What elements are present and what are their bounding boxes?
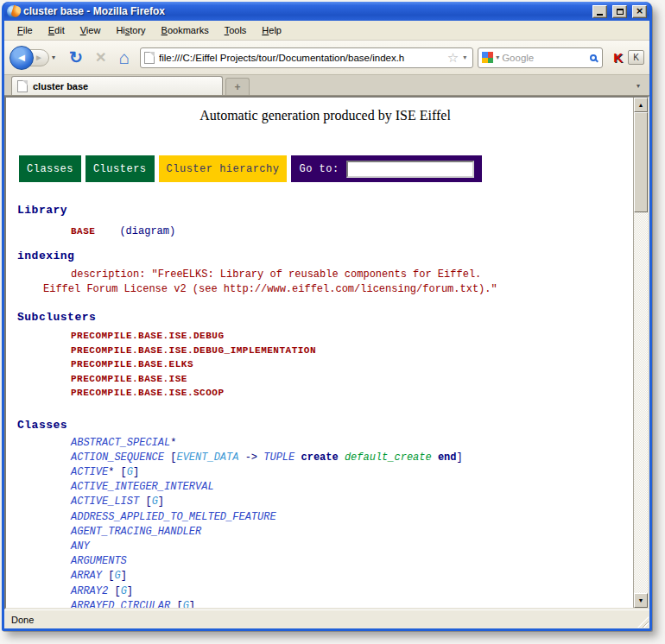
class-text: [ [102, 570, 114, 582]
class-entry: ACTIVE_LIST [G] [17, 495, 633, 509]
subcluster-link[interactable]: PRECOMPILE.BASE.ISE.DEBUG_IMPLEMENTATION [17, 344, 633, 358]
scroll-down-button[interactable]: ▼ [634, 593, 648, 608]
class-entry: AGENT_TRACING_HANDLER [17, 525, 633, 540]
library-heading: Library [17, 204, 633, 217]
class-link[interactable]: ARGUMENTS [71, 555, 127, 567]
kaspersky-icon[interactable]: K [613, 50, 623, 65]
new-tab-button[interactable]: + [225, 78, 250, 95]
cluster-hierarchy-nav-button[interactable]: Cluster hierarchy [159, 155, 288, 182]
page-title: Automatic generation produced by ISE Eif… [17, 108, 633, 123]
class-link[interactable]: ACTIVE_LIST [71, 496, 139, 508]
menu-view[interactable]: View [73, 22, 109, 38]
url-dropdown-icon[interactable]: ▾ [460, 54, 469, 61]
class-link[interactable]: ACTIVE [71, 466, 108, 478]
status-text: Done [11, 615, 34, 625]
back-button[interactable]: ◄ [10, 46, 34, 70]
class-link[interactable]: ACTIVE_INTEGER_INTERVAL [71, 481, 214, 493]
close-button[interactable]: × [632, 5, 647, 18]
indexing-description-line1: description: "FreeELKS: Library of reusa… [17, 268, 633, 282]
class-link[interactable]: ADDRESS_APPLIED_TO_MELTED_FEATURE [71, 511, 276, 523]
goto-input[interactable] [346, 161, 474, 178]
generic-param-link[interactable]: G [114, 570, 120, 582]
menu-tools[interactable]: Tools [217, 22, 255, 38]
class-link[interactable]: ARRAY2 [71, 585, 108, 597]
minimize-button[interactable] [592, 5, 607, 18]
vertical-scrollbar[interactable]: ▲ ▼ [633, 98, 648, 608]
menu-help[interactable]: Help [254, 22, 289, 38]
tab-bar: cluster base + ▾ [4, 75, 649, 96]
resize-grip[interactable] [637, 616, 649, 628]
subcluster-link[interactable]: PRECOMPILE.BASE.ISE [17, 372, 633, 387]
maximize-button[interactable] [612, 5, 627, 18]
subcluster-link[interactable]: PRECOMPILE.BASE.ELKS [17, 357, 633, 372]
class-text: * [170, 437, 176, 449]
library-base-link[interactable]: BASE [71, 226, 95, 237]
scrollbar-track[interactable] [634, 112, 648, 593]
feature-link[interactable]: default_create [345, 451, 432, 464]
search-icon[interactable] [590, 54, 597, 61]
goto-panel: Go to: [291, 155, 481, 182]
class-link[interactable]: ABSTRACT_SPECIAL [71, 437, 170, 449]
document-body: Automatic generation produced by ISE Eif… [6, 98, 633, 608]
address-bar[interactable]: ☆ ▾ [140, 47, 473, 68]
status-bar: Done [4, 609, 649, 628]
home-button[interactable]: ⌂ [118, 48, 130, 66]
class-entry: ADDRESS_APPLIED_TO_MELTED_FEATURE [17, 510, 633, 525]
google-icon [482, 52, 493, 63]
class-text: ] [133, 466, 139, 478]
class-text: [ [108, 585, 120, 597]
title-bar: cluster base - Mozilla Firefox × [4, 2, 649, 21]
generic-param-link[interactable]: EVENT_DATA [176, 451, 238, 464]
search-box[interactable]: ▾ [478, 47, 603, 68]
generic-param-link[interactable]: G [127, 466, 133, 478]
stop-button[interactable]: ✕ [95, 51, 106, 65]
url-input[interactable] [159, 53, 446, 63]
class-text: ] [158, 496, 164, 508]
class-link[interactable]: ACTION_SEQUENCE [71, 451, 164, 464]
class-text: ] [121, 570, 127, 582]
class-link[interactable]: ANY [71, 540, 90, 552]
tab-page-icon [17, 80, 28, 92]
class-entry: ACTIVE* [G] [17, 465, 633, 480]
class-link[interactable]: ARRAY [71, 570, 102, 582]
scrollbar-thumb[interactable] [634, 112, 648, 212]
menu-edit[interactable]: Edit [41, 22, 73, 38]
class-link[interactable]: ARRAYED_CIRCULAR [71, 600, 170, 608]
class-entry: ARGUMENTS [17, 554, 633, 569]
class-text: * [ [108, 466, 127, 478]
indexing-heading: indexing [17, 249, 633, 262]
menu-history[interactable]: History [108, 22, 153, 38]
class-entry: ARRAY2 [G] [17, 584, 633, 599]
search-engine-dropdown-icon[interactable]: ▾ [493, 54, 502, 61]
subcluster-link[interactable]: PRECOMPILE.BASE.ISE.DEBUG [17, 329, 633, 344]
classes-list: ABSTRACT_SPECIAL*ACTION_SEQUENCE [EVENT_… [17, 436, 633, 609]
k-toolbar-button[interactable]: K [628, 50, 644, 65]
menu-bookmarks[interactable]: Bookmarks [154, 22, 217, 38]
list-all-tabs-button[interactable]: ▾ [630, 78, 646, 93]
diagram-link[interactable]: (diagram) [119, 225, 175, 237]
maximize-icon [617, 9, 624, 15]
clusters-nav-button[interactable]: Clusters [86, 155, 155, 182]
generic-param-link[interactable]: G [121, 585, 127, 597]
generic-param-link[interactable]: G [183, 600, 189, 608]
class-entry: ACTIVE_INTEGER_INTERVAL [17, 480, 633, 495]
class-link[interactable]: TUPLE [263, 451, 294, 464]
bookmark-star-icon[interactable]: ☆ [447, 50, 459, 66]
classes-heading: Classes [17, 419, 633, 432]
class-entry: ABSTRACT_SPECIAL* [17, 436, 633, 451]
window-title: cluster base - Mozilla Firefox [23, 5, 587, 17]
subcluster-link[interactable]: PRECOMPILE.BASE.ISE.SCOOP [17, 386, 633, 401]
subclusters-heading: Subclusters [17, 311, 633, 324]
class-link[interactable]: AGENT_TRACING_HANDLER [71, 526, 201, 538]
close-icon: × [636, 6, 643, 16]
generic-param-link[interactable]: G [152, 496, 158, 508]
classes-nav-button[interactable]: Classes [19, 155, 81, 182]
tab-cluster-base[interactable]: cluster base [11, 76, 223, 95]
menu-file[interactable]: File [10, 22, 41, 38]
reload-button[interactable]: ↻ [69, 49, 83, 66]
back-history-dropdown[interactable]: ▾ [49, 52, 58, 63]
scroll-up-button[interactable]: ▲ [634, 98, 648, 112]
doc-nav-buttons: Classes Clusters Cluster hierarchy Go to… [19, 155, 633, 182]
goto-label: Go to: [299, 163, 339, 175]
search-input[interactable] [502, 53, 590, 63]
